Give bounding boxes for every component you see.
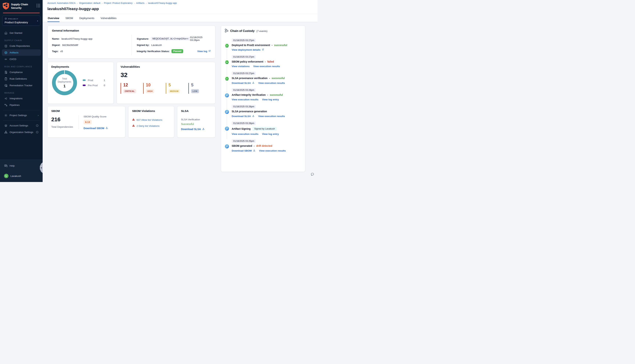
sidebar-item-pipelines[interactable]: Pipelines [2, 102, 41, 108]
project-selector[interactable]: PROJECT Product Exploratory › [2, 16, 40, 26]
breadcrumb-project[interactable]: Project: Product Exploratory [104, 2, 133, 4]
sidebar-item-cicd[interactable]: ∞ CI/CD [2, 56, 41, 62]
layers-gear-icon [4, 124, 8, 127]
svg-text:∞: ∞ [226, 61, 228, 63]
name-value: lavakush07/easy-buggy-app [61, 38, 92, 40]
left-column: General Information Name:lavakush07/easy… [47, 26, 215, 182]
sidebar-item-artifacts[interactable]: Artifacts [2, 49, 41, 56]
tab-deployments[interactable]: Deployments [79, 14, 95, 22]
sidebar-footer: Help L Lavakush [0, 160, 43, 182]
legend-item-prod: Prod 1 [83, 79, 105, 82]
sidebar-item-compliance[interactable]: Compliance [2, 69, 41, 76]
sidebar-item-label: Account Settings [10, 124, 28, 127]
chevron-right-icon: › [37, 19, 38, 22]
link-label: View execution results [258, 82, 285, 84]
download-slsa-link[interactable]: Download SLSA [232, 82, 255, 84]
sidebar-user[interactable]: L Lavakush [2, 172, 41, 180]
breadcrumb-artifacts[interactable]: Artifacts [136, 2, 144, 4]
general-information-card: General Information Name:lavakush07/easy… [47, 26, 215, 58]
link-label: View log entry [262, 133, 279, 136]
svg-text:∞: ∞ [226, 44, 228, 47]
link-label: View execution results [258, 115, 285, 118]
info-circle-icon[interactable] [36, 124, 39, 127]
supply-chain-security-logo-icon [3, 2, 9, 10]
slsa-verification-label: SLSA Verification [181, 118, 211, 121]
svg-text:∞: ∞ [226, 78, 228, 80]
event-status: successful [270, 94, 283, 96]
sidebar-item-organization-settings[interactable]: Organization Settings [2, 129, 41, 136]
avatar: L [4, 174, 9, 178]
view-execution-results-link[interactable]: View execution results [232, 98, 258, 101]
legend-value: 1 [104, 79, 105, 82]
link-label: Download SLSA [232, 115, 251, 118]
sidebar-item-rule-definitions[interactable]: Rule Definitions [2, 76, 41, 82]
preprod-swatch-icon [83, 84, 86, 86]
view-deployment-details-link[interactable]: View deployment details [232, 48, 264, 51]
view-log-entry-link[interactable]: View log entry [262, 98, 279, 101]
event-status: successful [272, 77, 285, 80]
event-timestamp: 01/16/2025 03:26pm [232, 105, 256, 108]
download-sbom-link[interactable]: Download SBOM [84, 126, 108, 130]
app-switcher-grid-icon[interactable] [37, 4, 40, 7]
download-slsa-link[interactable]: Download SLSA [181, 128, 211, 131]
sidebar-item-label: Get Started [10, 32, 22, 34]
severity-badge: HIGH [146, 89, 154, 93]
sidebar-item-account-settings[interactable]: Account Settings [2, 122, 41, 129]
home-icon [4, 31, 8, 35]
view-log-entry-link[interactable]: View log entry [262, 133, 279, 136]
event-timestamp: 01/16/2025 03:27pm [232, 72, 256, 75]
view-execution-results-link[interactable]: View execution results [258, 82, 285, 84]
sidebar-item-get-started[interactable]: Get Started [2, 30, 41, 36]
card-title: Deployments [51, 65, 110, 68]
link-label: View execution results [232, 98, 258, 101]
view-execution-results-link[interactable]: View execution results [232, 133, 258, 136]
link-label: View violations [232, 65, 250, 68]
view-execution-results-link[interactable]: View execution results [259, 149, 286, 152]
deny-list-violations-link[interactable]: 2 Deny list Violations [136, 124, 159, 127]
sidebar-nav: Get Started SUPPLY CHAIN Code Repositori… [0, 28, 43, 136]
warning-triangle-icon [132, 118, 135, 122]
legend-label: Pre Prod [88, 84, 98, 87]
link-label: View log entry [262, 98, 279, 101]
signature-label: Signature: [137, 38, 149, 40]
timeline-event: 01/16/2025 03:26pm SLSA provenance gener… [225, 105, 301, 118]
breadcrumb-organization[interactable]: Organization: default [79, 2, 100, 4]
sidebar-header: Supply Chain Security [0, 0, 43, 12]
tab-sbom[interactable]: SBOM [65, 14, 73, 22]
sidebar-item-project-settings[interactable]: Project Settings › [2, 112, 41, 118]
signature-value: MEQCICde2VjIT...bL+2+mqnOXw== [151, 37, 190, 40]
download-slsa-link[interactable]: Download SLSA [232, 115, 255, 118]
sidebar-item-code-repositories[interactable]: Code Repositories [2, 43, 41, 49]
chain-of-custody-card: Chain of Custody (7 events) 01/16/2025 0… [221, 26, 305, 172]
timeline-event: 01/16/2025 03:27pm ∞ SBOM policy enforce… [225, 55, 301, 68]
ssca-circle-icon [225, 126, 229, 131]
sidebar-item-remediation-tracker[interactable]: Remediation Tracker [2, 82, 41, 88]
view-execution-results-link[interactable]: View execution results [258, 115, 285, 118]
view-log-label: View log [197, 50, 207, 53]
view-violations-link[interactable]: View violations [232, 65, 250, 68]
project-box-icon [5, 18, 7, 20]
chat-support-button[interactable] [311, 172, 316, 177]
card-title: SBOM [51, 109, 121, 113]
pipelines-icon [4, 103, 8, 107]
sidebar-item-label: Rule Definitions [10, 78, 27, 80]
sidebar-item-label: Artifacts [10, 51, 19, 54]
sidebar-item-help[interactable]: Help [2, 162, 41, 169]
tab-vulnerabilities[interactable]: Vulnerabilities [100, 14, 117, 22]
event-timestamp: 01/16/2025 03:27pm [232, 55, 256, 59]
allow-list-violations-link[interactable]: 637 Allow list Violations [136, 118, 162, 121]
tab-overview[interactable]: Overview [47, 14, 60, 22]
project-label: PROJECT [8, 18, 18, 20]
download-sbom-link[interactable]: Download SBOM [232, 149, 255, 152]
warning-triangle-icon [132, 124, 135, 128]
sidebar-item-integrations[interactable]: Integrations [2, 95, 41, 102]
prod-swatch-icon [83, 80, 86, 81]
timeline-event: 01/16/2025 03:27pm ∞ Deployed to Prod2 e… [225, 38, 301, 51]
breadcrumb-account[interactable]: Account: Automation-SSCA [47, 2, 76, 4]
view-execution-results-link[interactable]: View execution results [253, 65, 280, 68]
info-circle-icon[interactable] [36, 131, 39, 134]
breadcrumb-current[interactable]: lavakush07/easy-buggy-app [148, 2, 177, 4]
card-title: Chain of Custody [230, 29, 255, 33]
ssca-circle-icon [225, 110, 229, 114]
view-log-link[interactable]: View log [197, 50, 211, 53]
